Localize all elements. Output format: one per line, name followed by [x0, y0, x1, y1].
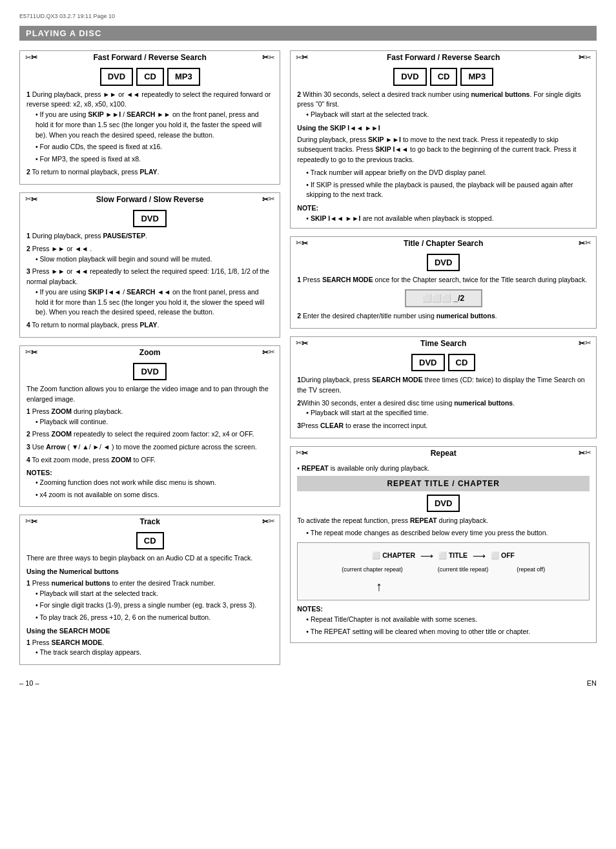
slow-forward-title: Slow Forward / Slow Reverse: [37, 195, 262, 204]
repeat-title-bar: ✂ Repeat ✂: [291, 447, 596, 460]
slow-forward-title-bar: ✂ Slow Forward / Slow Reverse ✂: [20, 193, 280, 206]
skip-item-2: 2 Within 30 seconds, select a desired tr…: [297, 90, 590, 120]
off-sublabel: (repeat off): [517, 566, 545, 575]
time-search-title: Time Search: [308, 339, 579, 348]
scissors-right-icon: ✂: [262, 517, 269, 526]
time-search-content: DVD CD 1During playback, press SEARCH MO…: [291, 350, 596, 438]
scissors-left-icon: ✂: [31, 348, 37, 357]
badge-mp3: MP3: [460, 68, 493, 86]
sub-item: • If you are using SKIP ►►I / SEARCH ►► …: [36, 110, 273, 140]
badge-mp3: MP3: [167, 68, 200, 86]
zoom-notes-title: NOTES:: [26, 468, 273, 478]
skip-desc: During playback, press SKIP ►►I to move …: [297, 135, 590, 165]
sub-item: • For single digit tracks (1-9), press a…: [36, 600, 273, 611]
track-numerical-title: Using the Numerical buttons: [26, 567, 273, 577]
zoom-item-4: 4 To exit zoom mode, press ZOOM to OFF.: [26, 455, 273, 465]
repeat-bullet: • The repeat mode changes as described b…: [297, 528, 590, 538]
badge-dvd: DVD: [133, 210, 166, 228]
sub-item: • Playback will start at the specified t…: [306, 408, 590, 418]
scissors-left-icon: ✂: [302, 449, 308, 458]
note-item: • Repeat Title/Chapter is not available …: [306, 615, 590, 625]
badge-dvd: DVD: [427, 254, 460, 272]
skip-section: ✂ Fast Forward / Reverse Search ✂ DVD CD…: [290, 50, 597, 229]
fast-forward-title: Fast Forward / Reverse Search: [37, 53, 262, 62]
scissors-left-icon: ✂: [31, 53, 37, 62]
track-content: CD There are three ways to begin playbac…: [20, 528, 280, 664]
badge-dvd: DVD: [393, 68, 426, 86]
repeat-off-item: ⬜ OFF: [491, 551, 515, 561]
footer-language: EN: [587, 679, 597, 687]
track-title: Track: [37, 517, 262, 526]
time-search-section: ✂ Time Search ✂ DVD CD 1During playback,…: [290, 336, 597, 438]
repeat-title: Repeat: [308, 449, 579, 458]
scissors-right-icon: ✂: [579, 449, 585, 458]
slow-forward-section: ✂ Slow Forward / Slow Reverse ✂ DVD 1 Du…: [19, 192, 280, 338]
scissors-right-icon: ✂: [262, 195, 269, 204]
badge-dvd: DVD: [133, 363, 166, 381]
arrow-icon-2: ⟶: [473, 549, 486, 563]
title-chapter-title: Title / Chapter Search: [308, 239, 579, 248]
repeat-activate-text: To activate the repeat function, press R…: [297, 516, 590, 526]
note-item: • Track number will appear briefly on th…: [306, 168, 590, 178]
ts-item-3: 3Press CLEAR to erase the incorrect inpu…: [297, 421, 590, 431]
fast-forward-item-2: 2 To return to normal playback, press PL…: [26, 167, 273, 178]
scissors-left-icon: ✂: [302, 339, 308, 348]
scissors-right-icon: ✂: [579, 239, 585, 248]
ts-item-1: 1During playback, press SEARCH MODE thre…: [297, 375, 590, 396]
page-header: E5711UD.QX3 03.2.7 19:11 Page 10: [19, 13, 597, 19]
scissors-right-icon: ✂: [262, 53, 269, 62]
slow-forward-badges: DVD: [26, 210, 273, 228]
chapter-display-mockup: ⬜⬜⬜ _/2: [405, 289, 482, 307]
repeat-off-label: ⬜ OFF: [491, 551, 515, 561]
badge-dvd: DVD: [427, 495, 460, 513]
zoom-notes: • Zooming function does not work while d…: [26, 478, 273, 500]
content-area: ✂ Fast Forward / Reverse Search ✂ DVD CD…: [19, 50, 597, 673]
sub-item: • If you are using SKIP I◄◄ / SEARCH ◄◄ …: [36, 287, 273, 318]
track-badges: CD: [26, 532, 273, 550]
skip-badges: DVD CD MP3: [297, 68, 590, 86]
fast-forward-title-bar: ✂ Fast Forward / Reverse Search ✂: [20, 51, 280, 64]
repeat-notes: • Repeat Title/Chapter is not available …: [297, 615, 590, 637]
note-item: • x4 zoom is not available on some discs…: [36, 490, 273, 500]
right-column: ✂ Fast Forward / Reverse Search ✂ DVD CD…: [290, 50, 597, 673]
item-num: 2: [26, 168, 30, 176]
sub-item: • To play track 26, press +10, 2, 6 on t…: [36, 613, 273, 623]
repeat-chapter-label: ⬜ CHAPTER: [372, 551, 415, 561]
zoom-section: ✂ Zoom ✂ DVD The Zoom function allows yo…: [19, 345, 280, 507]
time-search-badges: DVD CD: [297, 354, 590, 372]
fast-forward-item-1: 1 During playback, press ►► or ◄◄ repeat…: [26, 90, 273, 165]
scissors-right-icon: ✂: [579, 339, 585, 348]
repeat-section: ✂ Repeat ✂ • REPEAT is available only du…: [290, 446, 597, 644]
skip-notes: • Track number will appear briefly on th…: [297, 168, 590, 200]
title-chapter-title-bar: ✂ Title / Chapter Search ✂: [291, 237, 596, 250]
ts-item-2: 2Within 30 seconds, enter a desired disc…: [297, 398, 590, 419]
track-intro: There are three ways to begin playback o…: [26, 553, 273, 564]
sub-item: • Playback will start at the selected tr…: [306, 110, 590, 120]
sub-item: • The track search display appears.: [36, 648, 273, 658]
badge-cd: CD: [136, 532, 164, 550]
slow-item-4: 4 To return to normal playback, press PL…: [26, 320, 273, 331]
title-chapter-badges: DVD: [297, 254, 590, 272]
repeat-notes-title: NOTES:: [297, 604, 590, 615]
slow-forward-content: DVD 1 During playback, press PAUSE/STEP.…: [20, 206, 280, 337]
badge-dvd: DVD: [100, 68, 133, 86]
scissors-left-icon: ✂: [302, 239, 308, 248]
fast-forward-content: DVD CD MP3 1 During playback, press ►► o…: [20, 64, 280, 184]
zoom-badges: DVD: [26, 363, 273, 381]
title-chapter-section: ✂ Title / Chapter Search ✂ DVD 1 Press S…: [290, 236, 597, 329]
sub-item: • Slow motion playback will begin and so…: [36, 254, 273, 265]
scissors-left-icon: ✂: [31, 517, 37, 526]
time-search-title-bar: ✂ Time Search ✂: [291, 337, 596, 350]
badge-dvd: DVD: [411, 354, 444, 372]
page-footer: – 10 – EN: [19, 679, 597, 687]
slow-item-3: 3 Press ►► or ◄◄ repeatedly to select th…: [26, 267, 273, 318]
zoom-title-bar: ✂ Zoom ✂: [20, 346, 280, 359]
main-title: PLAYING A DISC: [19, 26, 597, 41]
zoom-title: Zoom: [37, 348, 262, 357]
arrow-icon-1: ⟶: [420, 549, 433, 563]
sub-item: • For MP3, the speed is fixed at x8.: [36, 154, 273, 165]
zoom-content: DVD The Zoom function allows you to enla…: [20, 359, 280, 506]
note-item: • If SKIP is pressed while the playback …: [306, 180, 590, 201]
badge-cd: CD: [136, 68, 164, 86]
badge-cd: CD: [448, 354, 476, 372]
